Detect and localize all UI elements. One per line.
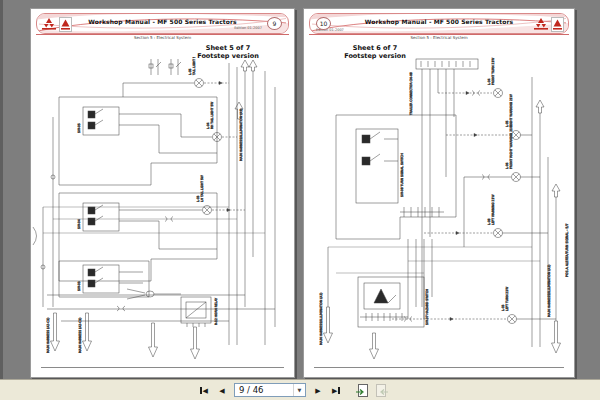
section-row: Section 5 : Electrical System [36,34,289,42]
pdf-navigation-toolbar: ◀ ◀ 9 / 46 ▼ ▶ ▶ [0,379,600,400]
page-number-badge: 10 [316,17,331,30]
side-note-label: POS.A ALERTA/TURN SIGNAL - 5/7 [565,223,569,277]
switch-box [83,265,143,293]
previous-view-icon [355,383,370,398]
header-banner: Workshop Manual - MF 500 Series Tractors… [36,13,289,34]
next-page-button[interactable]: ▶ [310,383,326,398]
lamp-icon [446,131,532,140]
agco-logo-icon [59,17,72,32]
pdf-page-left: Workshop Manual - MF 500 Series Tractors… [30,8,295,378]
first-page-icon [200,387,202,394]
next-page-icon: ▶ [315,387,320,394]
switch-label: SW-05 [77,123,81,133]
lamp-icon [123,79,229,98]
manual-title: Workshop Manual - MF 500 Series Tractors [310,18,568,25]
section-label: Section 5 : Electrical System [36,35,289,41]
last-page-button[interactable]: ▶ [328,383,344,398]
switch-label: SW-03 [77,281,81,291]
massey-ferguson-logo-icon [533,17,549,30]
bottom-network [47,289,275,321]
lamp-label: FRONT TURN 21W [491,58,495,85]
lamp-label: TAIL LIGHT 5W [192,57,196,76]
relay-box [181,297,211,327]
circuit-outline [59,97,217,185]
circuit-outline [336,115,456,239]
wiring-diagram-sheet6: TRAILER CONNECTOR CN-08 L-04 FRONT TURN … [304,57,574,367]
header-banner: 10 Edition 01-2007 Workshop Manual - MF … [309,13,569,34]
lamp-label: RH TAIL LIGHT 5W [210,102,214,129]
switch-label: SW-04 [77,219,81,229]
switch-label: SW-08 TURN SIGNAL SWITCH [400,153,404,197]
previous-page-button[interactable]: ◀ [214,383,230,398]
lamp-icon [392,315,556,324]
harness-arrow-icon [324,307,561,359]
page-footer-rule [41,367,284,368]
previous-view-button[interactable] [355,383,370,398]
first-page-button[interactable]: ◀ [196,383,212,398]
view-history-group [355,383,389,398]
section-label: Section 5 : Electrical System [309,35,569,41]
lamp-label: LEFT TURN 21W [505,287,509,311]
lamp-label: LH TAIL LIGHT 5W [200,175,204,202]
pdf-page-right: 10 Edition 01-2007 Workshop Manual - MF … [303,8,575,378]
circuit-outline [59,193,217,281]
massey-ferguson-logo-icon [41,17,57,30]
harness-label: MAIN HARNESS (A2-C1) [46,318,50,353]
lamp-icon [438,89,503,98]
switch-label: SW-07 HAZARD SWITCH [425,289,429,325]
page-nav-group: ◀ ◀ 9 / 46 ▼ ▶ ▶ [195,383,389,398]
trailer-connector [416,59,478,307]
switch-box [83,107,217,153]
circuit-outline [59,261,149,297]
harness-label: MAIN HARNESS/ILLUMINATION (A2) [547,265,551,317]
hazard-switch-box [358,277,424,327]
sheet-number: Sheet 6 of 7 [320,44,430,52]
next-view-icon [374,383,389,398]
edition-text: Edition 01-2007 [234,26,262,30]
relay-label: R-12 HORN RELAY [214,298,218,325]
last-page-icon [338,387,340,394]
wiring-diagram-sheet5: L-05 TAIL LIGHT 5W SW-05 [31,57,294,367]
brand-logos [533,17,564,30]
harness-label: MAIN HARNESS/ILLUMINATION (A2) [319,293,323,345]
lamp-label: LEFT WARNING 21W [491,195,495,225]
lamp-label: RIGHT WARNING 21W [509,94,513,127]
harness-arrow-icon [51,313,200,359]
lamp-icon [464,173,540,248]
lamp-icon [424,229,548,238]
next-view-button[interactable] [374,383,389,398]
page-number-value[interactable]: 9 / 46 [235,385,293,395]
top-switch-symbols [149,59,181,75]
sheet-number: Sheet 5 of 7 [173,44,283,52]
connector-label: TRAILER CONNECTOR CN-08 [409,72,413,116]
lamp-label: FRONT RIGHT WARNING 21W [509,125,513,169]
agco-logo-icon [551,17,564,32]
page-number-badge: 9 [267,17,282,30]
page-number-field[interactable]: 9 / 46 ▼ [234,383,306,397]
brand-logos [41,17,72,30]
previous-page-icon: ◀ [219,387,224,394]
bus-lines [229,60,275,345]
page-footer-rule [314,367,564,368]
viewer-left-edge [0,0,3,380]
page-dropdown-arrow-icon[interactable]: ▼ [293,384,305,396]
harness-label: MAIN HARNESS (A2-C1) [78,318,82,353]
harness-label: MAIN HARNESS/ILLUMINATION (A3) [239,109,243,161]
manual-title: Workshop Manual - MF 500 Series Tractors [37,18,288,25]
section-row: Section 5 : Electrical System [309,34,569,42]
